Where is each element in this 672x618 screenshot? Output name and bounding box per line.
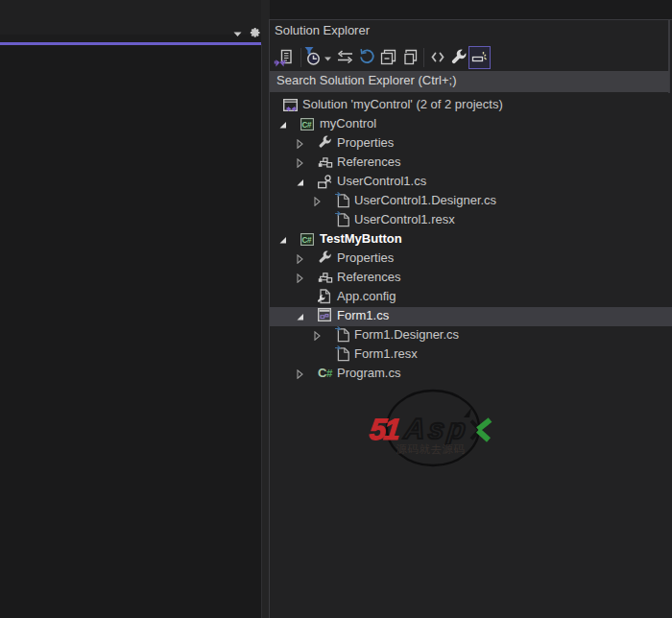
svg-text:51: 51 — [368, 413, 400, 446]
svg-text:源码就去源码: 源码就去源码 — [396, 443, 466, 455]
svg-text:C#: C# — [302, 236, 312, 245]
svg-text:Asp: Asp — [402, 414, 471, 445]
svg-text:C#: C# — [302, 121, 312, 130]
svg-text:#: # — [326, 368, 333, 379]
